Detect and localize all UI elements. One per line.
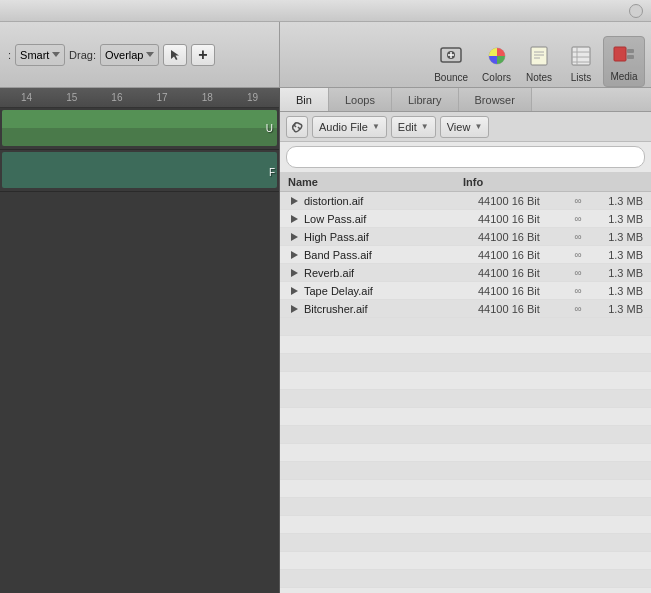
file-row-empty <box>280 552 651 570</box>
colors-icon <box>483 42 511 70</box>
file-name: High Pass.aif <box>304 231 478 243</box>
file-info: 44100 16 Bit <box>478 285 568 297</box>
file-row[interactable]: High Pass.aif 44100 16 Bit ∞ 1.3 MB <box>280 228 651 246</box>
edit-arrow: ▼ <box>421 122 429 131</box>
ruler-mark-19: 19 <box>230 92 275 103</box>
file-play-button[interactable] <box>288 303 300 315</box>
pointer-tool-button[interactable] <box>163 44 187 66</box>
file-row[interactable]: Band Pass.aif 44100 16 Bit ∞ 1.3 MB <box>280 246 651 264</box>
file-info: 44100 16 Bit <box>478 195 568 207</box>
file-size: 1.3 MB <box>588 267 643 279</box>
lists-icon <box>567 42 595 70</box>
file-row-empty <box>280 570 651 588</box>
file-info: 44100 16 Bit <box>478 231 568 243</box>
drag-select[interactable]: Overlap <box>100 44 159 66</box>
colors-label: Colors <box>482 72 511 83</box>
bounce-button[interactable]: Bounce <box>428 38 474 87</box>
notes-button[interactable]: Notes <box>519 38 559 87</box>
main-area: 14 15 16 17 18 19 U F <box>0 88 651 593</box>
track-clip-1[interactable]: U <box>2 110 277 146</box>
file-play-button[interactable] <box>288 285 300 297</box>
track-label-1: U <box>266 123 273 134</box>
file-info: 44100 16 Bit <box>478 213 568 225</box>
drag-label: Drag: <box>69 49 96 61</box>
audio-file-label: Audio File <box>319 121 368 133</box>
left-toolbar-area: : Smart Drag: Overlap + <box>0 22 280 87</box>
track-row-2[interactable]: F <box>0 152 279 192</box>
view-label: View <box>447 121 471 133</box>
file-play-button[interactable] <box>288 231 300 243</box>
view-dropdown[interactable]: View ▼ <box>440 116 490 138</box>
svg-rect-13 <box>627 49 634 53</box>
file-row-empty <box>280 354 651 372</box>
file-row-empty <box>280 318 651 336</box>
file-link-icon: ∞ <box>568 285 588 296</box>
file-size: 1.3 MB <box>588 249 643 261</box>
window-close-button[interactable] <box>629 4 643 18</box>
browser-toolbar: Audio File ▼ Edit ▼ View ▼ <box>280 112 651 142</box>
play-triangle-icon <box>291 215 298 223</box>
file-row-empty <box>280 498 651 516</box>
file-row-empty <box>280 408 651 426</box>
play-triangle-icon <box>291 197 298 205</box>
colors-button[interactable]: Colors <box>476 38 517 87</box>
file-row[interactable]: distortion.aif 44100 16 Bit ∞ 1.3 MB <box>280 192 651 210</box>
file-size: 1.3 MB <box>588 231 643 243</box>
svg-rect-3 <box>531 47 547 65</box>
search-input[interactable] <box>295 151 636 163</box>
file-play-button[interactable] <box>288 267 300 279</box>
track-clip-2[interactable]: F <box>2 152 277 188</box>
file-row-empty <box>280 534 651 552</box>
track-row-1[interactable]: U <box>0 110 279 150</box>
bounce-label: Bounce <box>434 72 468 83</box>
file-link-icon: ∞ <box>568 267 588 278</box>
notes-icon <box>525 42 553 70</box>
file-play-button[interactable] <box>288 213 300 225</box>
tab-browser[interactable]: Browser <box>459 88 532 111</box>
link-button[interactable] <box>286 116 308 138</box>
tab-loops[interactable]: Loops <box>329 88 392 111</box>
file-row-empty <box>280 444 651 462</box>
tab-bar: Bin Loops Library Browser <box>280 88 651 112</box>
ruler-mark-16: 16 <box>94 92 139 103</box>
edit-label: Edit <box>398 121 417 133</box>
file-row[interactable]: Low Pass.aif 44100 16 Bit ∞ 1.3 MB <box>280 210 651 228</box>
file-size: 1.3 MB <box>588 195 643 207</box>
play-triangle-icon <box>291 251 298 259</box>
file-row[interactable]: Bitcrusher.aif 44100 16 Bit ∞ 1.3 MB <box>280 300 651 318</box>
file-link-icon: ∞ <box>568 303 588 314</box>
add-tool-button[interactable]: + <box>191 44 215 66</box>
mode-select[interactable]: Smart <box>15 44 65 66</box>
tab-library[interactable]: Library <box>392 88 459 111</box>
file-row[interactable]: Tape Delay.aif 44100 16 Bit ∞ 1.3 MB <box>280 282 651 300</box>
search-bar <box>286 146 645 168</box>
file-row-empty <box>280 372 651 390</box>
svg-rect-14 <box>627 55 634 59</box>
file-play-button[interactable] <box>288 249 300 261</box>
file-size: 1.3 MB <box>588 303 643 315</box>
file-play-button[interactable] <box>288 195 300 207</box>
ruler: 14 15 16 17 18 19 <box>0 88 279 108</box>
file-row-empty <box>280 336 651 354</box>
media-icon <box>610 41 638 69</box>
file-info: 44100 16 Bit <box>478 249 568 261</box>
media-button[interactable]: Media <box>603 36 645 87</box>
media-label: Media <box>610 71 637 82</box>
title-bar <box>0 0 651 22</box>
track-label-2: F <box>269 166 275 177</box>
file-link-icon: ∞ <box>568 249 588 260</box>
audio-file-dropdown[interactable]: Audio File ▼ <box>312 116 387 138</box>
file-list-header: Name Info <box>280 172 651 192</box>
file-name: Tape Delay.aif <box>304 285 478 297</box>
tab-bin[interactable]: Bin <box>280 88 329 111</box>
right-toolbar-area: Bounce Colors <box>280 22 651 87</box>
edit-dropdown[interactable]: Edit ▼ <box>391 116 436 138</box>
bounce-icon <box>437 42 465 70</box>
lists-button[interactable]: Lists <box>561 38 601 87</box>
ruler-mark-17: 17 <box>140 92 185 103</box>
view-arrow: ▼ <box>474 122 482 131</box>
tracks-area: 14 15 16 17 18 19 U F <box>0 88 280 593</box>
file-row[interactable]: Reverb.aif 44100 16 Bit ∞ 1.3 MB <box>280 264 651 282</box>
play-triangle-icon <box>291 233 298 241</box>
notes-label: Notes <box>526 72 552 83</box>
